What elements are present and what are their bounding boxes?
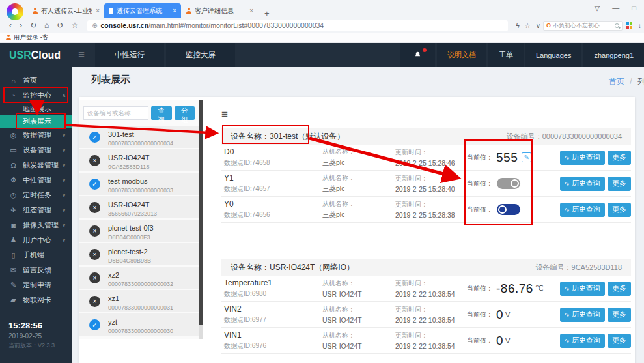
sidebar-item-mobile[interactable]: ▯ 手机端 [0,248,72,263]
notification-bell[interactable] [400,43,435,67]
undo-icon[interactable]: ↺ [57,21,63,30]
device-number: 设备编号：00007833000000000034 [507,132,622,141]
sidebar-item-custom-request[interactable]: ✎ 定制申请 [0,278,72,293]
sidebar-item-data-mgmt[interactable]: ◎ 数据管理 ∨ [0,128,72,143]
history-chart-icon: ∿ [565,311,570,318]
more-button[interactable]: 更多 [608,334,631,348]
bookmarks-bar: 用户登录 -客 [0,33,644,43]
usr-person-icon [186,8,191,14]
sidebar-item-timed-tasks[interactable]: ◷ 定时任务 ∨ [0,188,72,203]
more-button[interactable]: 更多 [608,177,631,191]
device-list-item[interactable]: ✓ yzt00007833000000000030 [79,313,199,336]
scrollbar[interactable] [199,100,203,339]
ticket-link[interactable]: 工单 [488,43,524,67]
bookmark-item[interactable]: 用户登录 -客 [14,33,48,42]
document-icon [109,8,113,14]
menu-item-monitor-screen[interactable]: 监控大屏 [166,43,235,67]
device-list-item[interactable]: × USR-IO424T9CA52583D118 [79,149,199,171]
sidebar-item-user-center[interactable]: ♟ 用户中心 ∨ [0,233,72,248]
apps-grid-icon[interactable] [626,22,632,29]
tab-close-icon[interactable]: × [173,7,176,14]
scrollbar-thumb[interactable] [199,100,203,325]
search-icon[interactable] [615,23,619,28]
device-list-item[interactable]: ✓ 301-test00007833000000000034 [79,126,199,148]
history-query-button[interactable]: ∿历史查询 [560,203,605,217]
status-badge: × [89,225,100,237]
language-menu[interactable]: Languages [525,43,581,67]
edit-value-icon[interactable]: ✎ [522,152,531,162]
user-menu[interactable]: zhangpeng1 [583,43,644,67]
new-tab-button[interactable]: + [264,8,270,18]
download-icon[interactable]: ↓ [638,22,641,29]
sidebar-item-device-mgmt[interactable]: ▭ 设备管理 ∨ [0,143,72,158]
status-badge: ✓ [89,319,100,330]
toggle-switch[interactable] [497,204,520,215]
device-list-item[interactable]: × plcnet-test-0f3D8B04C0000F3 [79,220,199,242]
device-section: 设备名称：301-test（默认设备） 设备编号：000078330000000… [221,128,631,223]
more-button[interactable]: 更多 [608,151,631,165]
more-button[interactable]: 更多 [608,282,631,296]
docs-link[interactable]: 说明文档 [437,43,486,67]
address-bar[interactable]: ⊕ console.usr.cn/main.html#/monitor/moni… [87,20,508,31]
tab-customer-detail[interactable]: 客户详细信息 × [181,3,258,18]
history-query-button[interactable]: ∿历史查询 [560,282,605,296]
current-value: -86.76 [496,282,533,296]
lightning-icon[interactable]: ϟ [516,22,519,29]
dropdown-icon[interactable]: ∨ [536,22,540,29]
tab-close-icon[interactable]: × [249,7,253,14]
sidebar-item-feedback[interactable]: ✉ 留言反馈 [0,263,72,278]
history-query-button[interactable]: ∿历史查询 [560,151,605,165]
users-icon: ♟ [8,236,18,244]
more-button[interactable]: 更多 [608,308,631,322]
sidebar-clock: 15:28:56 2019-02-25 当前版本：V2.3.3 [8,321,55,350]
tab-console-active[interactable]: 透传云管理系统 × [104,3,181,18]
content-card: 查询 分组 ✓ 301-test00007833000000000034 × U… [79,97,635,363]
history-query-button[interactable]: ∿历史查询 [560,308,605,322]
notification-dot [423,48,427,52]
home-icon[interactable]: ⌂ [44,21,49,30]
sidebar-item-iot-card[interactable]: ▰ 物联网卡 [0,293,72,308]
sidebar-item-trigger-mgmt[interactable]: Ω 触发器管理 ∨ [0,158,72,173]
usr-person-icon [5,35,11,40]
sidebar-item-home[interactable]: ⌂ 首页 [0,73,72,88]
device-list-item[interactable]: × xz200007833000000000032 [79,267,199,289]
device-search-input[interactable] [83,106,148,120]
sidebar-item-neutral-mgmt[interactable]: ⚙ 中性管理 ∨ [0,173,72,188]
bookmark-star-icon[interactable]: ☆ [71,21,78,30]
browser-search-box[interactable]: O 不负初心不忘初心 [543,21,623,31]
group-button[interactable]: 分组 [175,106,195,120]
window-controls[interactable]: ▽ — □ [595,4,641,12]
app-logo[interactable]: USRCloud [0,43,70,67]
tab-usr-site[interactable]: 有人透传云-工业物联网云 × [27,3,104,18]
forward-icon[interactable]: › [20,21,22,30]
search-button[interactable]: 查询 [151,106,172,120]
camera-icon: ◙ [8,222,18,229]
sidebar-item-config-mgmt[interactable]: ✈ 组态管理 ∨ [0,203,72,218]
device-list-item[interactable]: × plcnet-test-2D8B04C80B98B [79,243,199,265]
sidebar-item-list-view[interactable]: 列表展示 [0,115,72,128]
bell-icon [413,51,422,59]
plane-icon: ✈ [8,206,18,214]
favorite-star-icon[interactable]: ☆ [525,22,531,29]
toggle-switch[interactable] [497,178,520,189]
sidebar-item-monitor-center[interactable]: ◔ 监控中心 ∧ [0,88,72,103]
device-list-item[interactable]: × USR-IO424T356566079232013 [79,196,199,218]
more-button[interactable]: 更多 [608,203,631,217]
site-info-icon[interactable]: ⊕ [92,22,97,29]
history-query-button[interactable]: ∿历史查询 [560,177,605,191]
refresh-icon[interactable]: ↻ [30,21,36,30]
tab-close-icon[interactable]: × [96,7,100,14]
sidebar-collapse-icon[interactable]: ≡ [70,43,92,67]
collapse-panel-icon[interactable]: ≡ [221,108,635,120]
history-chart-icon: ∿ [565,337,570,344]
menu-item-neutral-run[interactable]: 中性运行 [95,43,164,67]
browser-logo[interactable] [7,3,23,20]
sidebar-item-camera-mgmt[interactable]: ◙ 摄像头管理 ∨ [0,218,72,233]
breadcrumb-home-link[interactable]: 首页 [609,77,624,86]
device-list-item[interactable]: × xz100007833000000000031 [79,290,199,312]
status-badge: × [89,272,100,283]
sidebar-item-map-view[interactable]: 地图展示 [0,103,72,115]
back-icon[interactable]: ‹ [9,21,12,30]
device-list-item[interactable]: ✓ test-modbus00007833000000000033 [79,173,199,195]
history-query-button[interactable]: ∿历史查询 [560,334,605,348]
